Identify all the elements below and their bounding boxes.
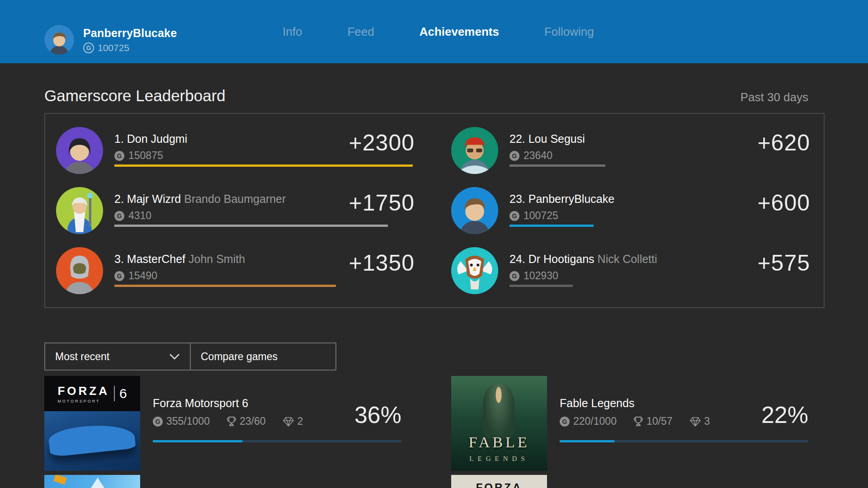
tab-achievements[interactable]: Achievements [420, 25, 499, 39]
hero-image [483, 384, 514, 438]
row-delta: +620 [757, 130, 810, 156]
achievements-stat: 10/57 [634, 415, 673, 427]
games-filters: Most recent Compare games [44, 343, 336, 371]
challenges-stat: 2 [283, 415, 303, 427]
row-delta: +1350 [349, 250, 415, 276]
profile-gamerscore-value: 100725 [98, 42, 129, 53]
game-cover-partial-left[interactable] [44, 475, 140, 488]
avatar [451, 187, 498, 234]
gamerscore-icon: G [153, 417, 163, 427]
leaderboard-title: Gamerscore Leaderboard [44, 87, 226, 105]
forza-logo-number: 6 [119, 386, 127, 401]
tab-feed[interactable]: Feed [347, 25, 374, 39]
challenges-stat: 3 [690, 415, 710, 427]
car-image [47, 421, 136, 457]
row-progress-bar [509, 285, 573, 287]
avatar-image [56, 247, 103, 294]
profile-gamertag: PanberryBlucake [83, 27, 177, 40]
row-name: 2. Majr Wizrd Brando Baumgarner [114, 192, 286, 206]
row-progress-bar [114, 164, 413, 167]
game-progress-track [153, 440, 401, 442]
gamerscore-icon: G [114, 211, 124, 221]
row-score: G 15490 [114, 270, 245, 282]
tab-info[interactable]: Info [283, 25, 302, 39]
row-info: 1. Don Judgmi G 150875 [114, 132, 187, 162]
row-name: 3. MasterChef John Smith [114, 253, 245, 266]
row-info: 24. Dr Hootigans Nick Colletti G 102930 [509, 253, 657, 282]
profile-header: PanberryBlucake G 100725 Info Feed Achie… [0, 0, 868, 63]
game-cover-partial-right[interactable]: FORZA [451, 475, 547, 488]
avatar [56, 187, 103, 234]
avatar-image [451, 187, 498, 234]
completion-percent: 36% [354, 401, 401, 428]
forza-logo-text: FORZA [476, 481, 523, 488]
avatar [451, 247, 498, 294]
sort-dropdown[interactable]: Most recent [44, 343, 191, 371]
gamerscore-icon: G [114, 151, 124, 161]
row-gamertag: Lou Segusi [528, 132, 585, 145]
row-rank: 23. [509, 192, 525, 205]
row-delta: +575 [757, 250, 810, 276]
completion-percent: 22% [761, 401, 808, 428]
game-cover-forza-6: FORZA MOTORSPORT 6 [44, 376, 140, 471]
leaderboard-row-3[interactable]: 3. MasterChef John Smith G 15490 +1350 [56, 247, 415, 294]
avatar [451, 127, 498, 174]
gamerscore-value: 220/1000 [573, 415, 617, 427]
mountain-image [88, 478, 108, 488]
row-gamertag: PanberryBlucake [528, 192, 614, 205]
game-progress-fill [153, 440, 242, 442]
row-rank: 24. [509, 253, 525, 265]
avatar-image [44, 25, 74, 55]
leaderboard-row-1[interactable]: 1. Don Judgmi G 150875 +2300 [56, 127, 415, 174]
avatar-image [56, 127, 103, 174]
leaderboard-row-22[interactable]: 22. Lou Segusi G 23640 +620 [451, 127, 810, 174]
game-cover-fable-legends: FABLE LEGENDS [451, 376, 547, 471]
profile-summary[interactable]: PanberryBlucake G 100725 [44, 25, 177, 55]
trophy-icon [227, 416, 236, 427]
row-info: 23. PanberryBlucake G 100725 [509, 192, 614, 222]
sort-dropdown-value: Most recent [55, 351, 169, 363]
game-progress-fill [560, 440, 614, 442]
row-rank: 2. [114, 192, 124, 205]
leaderboard-row-24[interactable]: 24. Dr Hootigans Nick Colletti G 102930 … [451, 247, 810, 294]
game-row-fable-legends[interactable]: FABLE LEGENDS Fable Legends G 220/1000 1… [451, 376, 808, 471]
gem-icon [283, 417, 294, 427]
achievements-value: 10/57 [646, 415, 673, 427]
row-score-value: 100725 [524, 210, 558, 222]
gamerscore-icon: G [83, 42, 94, 53]
profile-tabs: Info Feed Achievements Following [283, 0, 594, 63]
compare-games-button[interactable]: Compare games [191, 343, 336, 371]
avatar-image [56, 187, 103, 234]
leaderboard-period-filter[interactable]: Past 30 days [741, 90, 808, 104]
game-row-forza-6[interactable]: FORZA MOTORSPORT 6 Forza Motorsport 6 G … [44, 376, 401, 471]
leaderboard-row-2[interactable]: 2. Majr Wizrd Brando Baumgarner G 4310 +… [56, 187, 415, 234]
game-progress-track [560, 440, 808, 442]
forza-logo: FORZA MOTORSPORT 6 [44, 376, 140, 411]
row-score-value: 23640 [524, 150, 552, 162]
profile-gamerscore: G 100725 [83, 42, 177, 53]
row-delta: +1750 [349, 190, 415, 216]
fable-logo-sub: LEGENDS [451, 455, 547, 463]
gem-icon [690, 417, 701, 427]
fable-logo-text: FABLE [451, 434, 547, 451]
gamerscore-icon: G [509, 151, 519, 161]
gamerscore-stat: G 355/1000 [153, 415, 210, 427]
row-name: 24. Dr Hootigans Nick Colletti [509, 253, 657, 266]
row-score: G 150875 [114, 150, 187, 162]
achievements-value: 23/60 [240, 415, 266, 427]
forza-logo-sub: MOTORSPORT [57, 399, 109, 404]
gamerscore-stat: G 220/1000 [560, 415, 617, 427]
chevron-down-icon [169, 353, 180, 360]
tab-following[interactable]: Following [544, 25, 594, 39]
game-info: Fable Legends G 220/1000 10/57 3 22% [560, 397, 808, 427]
compare-games-label: Compare games [201, 351, 278, 363]
leaderboard-row-23[interactable]: 23. PanberryBlucake G 100725 +600 [451, 187, 810, 234]
row-info: 22. Lou Segusi G 23640 [509, 132, 585, 162]
row-progress-bar [114, 285, 336, 287]
row-score: G 4310 [114, 210, 286, 222]
row-gamertag: Dr Hootigans [528, 253, 594, 265]
leaderboard-panel: 1. Don Judgmi G 150875 +2300 2. Majr Wiz… [44, 113, 825, 308]
gamerscore-icon: G [509, 271, 519, 281]
row-rank: 22. [509, 132, 525, 145]
row-info: 3. MasterChef John Smith G 15490 [114, 253, 245, 282]
